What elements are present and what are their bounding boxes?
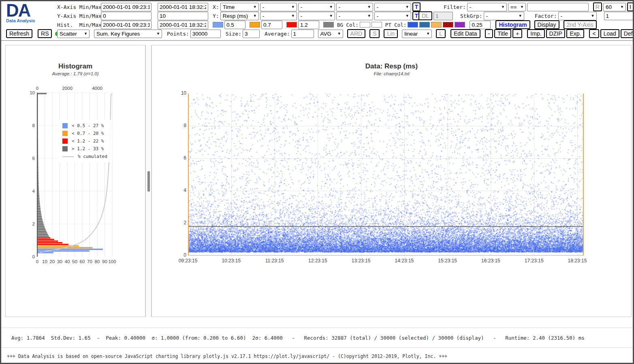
histogram-legend: < 0.5 - 27 %< 0.7 - 20 %< 1.2 - 22 %> 1.… <box>58 120 112 162</box>
aggregate-select[interactable]: AVG▼ <box>318 30 343 38</box>
lin-button[interactable]: Lin <box>384 29 398 38</box>
legend-entry[interactable]: > 1.2 - 33 % <box>62 146 107 151</box>
display-button[interactable]: Display <box>534 20 559 29</box>
import-button[interactable]: Imp. <box>527 29 544 38</box>
svg-text:80: 80 <box>95 259 100 264</box>
info-button[interactable]: I <box>627 2 634 11</box>
dl-count-input[interactable] <box>433 12 453 20</box>
chevron-down-icon: ▼ <box>426 32 430 36</box>
summary-select[interactable]: Sum. Key Figures▼ <box>94 30 162 38</box>
svg-text:0: 0 <box>36 86 38 91</box>
y-tick-label: 10 <box>177 90 186 96</box>
threshold1-color-swatch[interactable] <box>213 22 223 28</box>
legend-label: < 0.7 - 20 % <box>72 131 104 136</box>
chevron-down-icon: ▼ <box>520 5 524 9</box>
chevron-down-icon: ▼ <box>501 5 505 9</box>
pt-color-label: PT Col: <box>385 22 407 28</box>
filter-value-input[interactable] <box>527 3 589 11</box>
export-button[interactable]: Exp. <box>566 29 584 38</box>
svg-text:4000: 4000 <box>92 86 102 91</box>
opacity-input[interactable] <box>470 21 491 29</box>
logo-subtitle: Data Analysis <box>6 18 55 23</box>
back-button[interactable]: < <box>589 29 599 38</box>
refresh-interval-button[interactable]: R <box>593 2 602 11</box>
hist-max-input[interactable] <box>158 21 208 29</box>
y-tick-label: 4 <box>177 187 186 193</box>
y-column4-select[interactable]: -▼ <box>336 12 373 20</box>
x-column5-select[interactable]: -▼ <box>374 3 411 11</box>
bg-color-label: BG Col: <box>337 22 359 28</box>
threshold1-input[interactable] <box>224 21 245 29</box>
histogram-toggle-button[interactable]: Histogram <box>495 20 530 29</box>
svg-text:2: 2 <box>32 221 35 226</box>
factor-select[interactable]: -▼ <box>558 12 597 20</box>
chevron-down-icon: ▼ <box>367 5 371 9</box>
rs-button[interactable]: RS <box>38 29 52 38</box>
l-button[interactable]: L <box>436 29 446 38</box>
bg-color2-swatch[interactable] <box>371 22 382 28</box>
scatter-plot-canvas[interactable] <box>188 94 584 255</box>
average-input[interactable] <box>291 30 314 38</box>
dl-button[interactable]: DL <box>418 11 432 20</box>
chevron-down-icon: ▼ <box>367 14 371 18</box>
above-threshold-color-swatch[interactable] <box>323 22 334 28</box>
legend-entry[interactable]: < 0.5 - 27 % <box>62 123 107 128</box>
legend-entry[interactable]: < 1.2 - 22 % <box>62 138 107 144</box>
y-axis-min-input[interactable] <box>101 12 152 20</box>
chart-type-select[interactable]: Scatter▼ <box>57 30 90 38</box>
legend-entry[interactable]: % cumulated <box>62 154 107 159</box>
title-smaller-button[interactable]: - <box>485 29 493 38</box>
svg-text:90: 90 <box>102 259 107 264</box>
threshold3-color-swatch[interactable] <box>286 22 297 28</box>
s-button[interactable]: S <box>369 29 380 38</box>
interval-select[interactable]: 60▼ <box>603 3 626 11</box>
chevron-down-icon: ▼ <box>337 32 341 36</box>
y-column3-select[interactable]: -▼ <box>298 12 335 20</box>
size-input[interactable] <box>243 30 260 38</box>
second-y-axis-button[interactable]: 2nd Y-Axis <box>564 20 597 29</box>
x-column2-select[interactable]: -▼ <box>260 3 297 11</box>
bg-color1-swatch[interactable] <box>360 22 370 28</box>
point-color3-swatch[interactable] <box>431 22 442 28</box>
point-color5-swatch[interactable] <box>455 22 465 28</box>
factor-value-input[interactable] <box>604 12 634 20</box>
refresh-button[interactable]: Refresh <box>6 29 32 38</box>
hist-min-input[interactable] <box>101 21 152 29</box>
points-input[interactable] <box>190 30 221 38</box>
x-column-select[interactable]: Time▼ <box>220 3 259 11</box>
x-column3-select[interactable]: -▼ <box>298 3 335 11</box>
threshold3-input[interactable] <box>298 21 319 29</box>
splitter-handle[interactable] <box>147 171 150 192</box>
y-tick-label: 8 <box>177 123 186 128</box>
y-column5-select[interactable]: -▼ <box>374 12 411 20</box>
x-axis-max-input[interactable] <box>158 3 208 11</box>
threshold2-color-swatch[interactable] <box>250 22 260 28</box>
threshold2-input[interactable] <box>261 21 282 29</box>
default-button[interactable]: Default <box>621 29 634 38</box>
y-column2-select[interactable]: -▼ <box>260 12 297 20</box>
ard-button[interactable]: ARD <box>347 29 366 38</box>
title-button[interactable]: Title <box>494 29 511 38</box>
y-column-select[interactable]: Resp (ms)▼ <box>220 12 259 20</box>
dzip-button[interactable]: DZIP <box>546 29 566 38</box>
x-time-format-button[interactable]: T <box>412 2 421 11</box>
y-tick-label: 6 <box>177 155 186 161</box>
edit-data-button[interactable]: Edit Data <box>450 29 480 38</box>
scale-select[interactable]: linear▼ <box>402 30 432 38</box>
load-button[interactable]: Load <box>600 29 619 38</box>
title-bigger-button[interactable]: + <box>512 29 522 38</box>
toolbar-row3: Hist. Min/Max BG Col: PT Col: Histogram … <box>57 20 597 29</box>
point-color2-swatch[interactable] <box>419 22 430 28</box>
point-color1-swatch[interactable] <box>408 22 418 28</box>
legend-entry[interactable]: < 0.7 - 20 % <box>62 131 107 136</box>
svg-text:20: 20 <box>50 259 55 264</box>
point-color4-swatch[interactable] <box>443 22 453 28</box>
filter-operator-select[interactable]: ==▼ <box>508 3 526 11</box>
x-column4-select[interactable]: -▼ <box>336 3 373 11</box>
chevron-down-icon: ▼ <box>329 14 333 18</box>
x-axis-min-input[interactable] <box>101 3 152 11</box>
y-axis-max-input[interactable] <box>158 12 208 20</box>
filter-column-select[interactable]: -▼ <box>467 3 507 11</box>
x-tick-label: 14:23:15 <box>391 258 418 264</box>
stkgrp-select[interactable]: -▼ <box>484 12 524 20</box>
